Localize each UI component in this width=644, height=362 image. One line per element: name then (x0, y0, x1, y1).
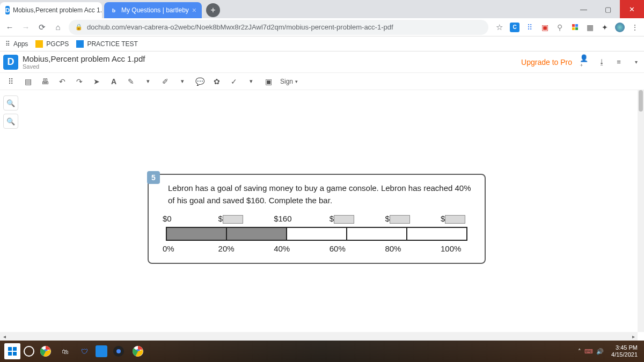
image-icon[interactable]: ▣ (263, 76, 274, 87)
upgrade-link[interactable]: Upgrade to Pro (521, 58, 572, 67)
ext-icon-c[interactable]: C (510, 23, 519, 32)
taskbar-icon-chrome-2[interactable] (130, 343, 146, 359)
blank-input[interactable] (334, 215, 354, 224)
top-label[interactable]: $ (441, 214, 467, 224)
add-user-icon[interactable]: 👤⁺ (580, 57, 589, 67)
bar-segment (227, 228, 287, 240)
undo-icon[interactable]: ↶ (57, 76, 68, 87)
bookmark-practice[interactable]: PRACTICE TEST (76, 40, 137, 48)
document-viewport: 🔍 🔍 5 Lebron has a goal of saving money … (0, 90, 644, 341)
dochub-logo-icon[interactable]: D (3, 55, 18, 70)
apps-label: Apps (13, 40, 28, 48)
apps-button[interactable]: ⠿Apps (5, 40, 28, 48)
bar-segment (407, 228, 466, 240)
bar-segment (287, 228, 347, 240)
tab-bartleby[interactable]: b My Questions | bartleby × (104, 2, 202, 18)
taskbar-icon-cortana[interactable] (24, 346, 34, 357)
top-labels-row: $0 $ $160 $ $ $ (166, 214, 467, 224)
clock-date: 4/15/2021 (611, 351, 638, 358)
forward-button[interactable]: → (20, 22, 31, 33)
bookmark-label: PGCPS (46, 40, 69, 48)
chrome-menu-button[interactable]: ⋮ (630, 23, 640, 32)
taskbar-icon-app[interactable] (96, 345, 107, 357)
svg-rect-3 (13, 352, 17, 356)
highlight-icon[interactable]: ✐ (160, 76, 171, 87)
print-icon[interactable]: 🖶 (40, 76, 50, 87)
address-bar: ← → ⟳ ⌂ 🔒 dochub.com/evan-cabrera-o2webc… (0, 18, 644, 36)
draw-icon[interactable]: ✎ (126, 76, 136, 87)
taskbar-icon-app2[interactable] (111, 343, 127, 359)
star-icon[interactable]: ☆ (494, 22, 504, 33)
horizontal-scrollbar[interactable]: ◂ ▸ (0, 332, 638, 341)
svg-rect-1 (13, 347, 17, 351)
tab-label: Mobius,Percent problem Acc 1.p (13, 6, 102, 14)
top-label[interactable]: $ (385, 214, 441, 224)
close-icon[interactable]: × (192, 6, 196, 14)
check-icon[interactable]: ✓ (229, 76, 239, 87)
taskbar-icon-chrome[interactable] (38, 343, 54, 359)
ext-icon-translate[interactable]: ⠿ (525, 23, 535, 32)
comment-icon[interactable]: 💬 (194, 76, 205, 87)
svg-point-7 (116, 349, 121, 353)
taskbar-icon-security[interactable]: 🛡 (76, 343, 92, 359)
download-icon[interactable]: ⭳ (597, 57, 606, 67)
menu-icon[interactable]: ≡ (614, 57, 624, 67)
minimize-button[interactable]: — (572, 0, 596, 18)
ext-icon-grid[interactable] (570, 23, 580, 32)
text-tool-icon[interactable]: A (108, 76, 119, 87)
new-tab-button[interactable]: + (206, 3, 220, 17)
tab-label: My Questions | bartleby (121, 6, 189, 14)
tray-input-icon[interactable]: ⌨ (584, 348, 593, 355)
close-window-button[interactable]: ✕ (620, 0, 644, 18)
vertical-scrollbar[interactable]: ▴ (638, 90, 644, 332)
cursor-icon[interactable]: ➤ (91, 76, 102, 87)
bottom-label: 20% (218, 244, 274, 253)
grid-icon[interactable]: ⠿ (5, 76, 16, 87)
ext-icon-wand[interactable]: ⚲ (555, 23, 565, 32)
stamp-icon[interactable]: ✿ (211, 76, 222, 87)
bookmark-pgcps[interactable]: PGCPS (35, 40, 69, 48)
start-button[interactable] (4, 343, 20, 359)
url-input[interactable]: 🔒 dochub.com/evan-cabrera-o2webc/Noek8bM… (69, 20, 488, 35)
blank-input[interactable] (223, 215, 243, 224)
ext-icon-video[interactable]: ▣ (540, 23, 550, 32)
scroll-right-icon[interactable]: ▸ (629, 334, 638, 339)
zoom-in-button[interactable]: 🔍 (3, 95, 18, 110)
top-label[interactable]: $ (330, 214, 385, 224)
blank-input[interactable] (445, 215, 465, 224)
chevron-down-icon[interactable]: ▾ (143, 76, 153, 87)
tray-volume-icon[interactable]: 🔊 (596, 348, 604, 355)
bottom-label: 80% (385, 244, 441, 253)
taskbar-icon-store[interactable]: 🛍 (57, 343, 73, 359)
maximize-button[interactable]: ▢ (596, 0, 620, 18)
progress-bar-chart: $0 $ $160 $ $ $ 0% 20% 40% 60% 80% 100% (166, 214, 467, 253)
chevron-down-icon[interactable]: ▾ (631, 57, 641, 67)
blank-input[interactable] (390, 215, 410, 224)
scroll-up-icon[interactable]: ▴ (638, 91, 644, 97)
zoom-out-button[interactable]: 🔍 (3, 114, 18, 129)
ext-icon-avatar[interactable] (615, 23, 625, 32)
back-button[interactable]: ← (4, 22, 15, 33)
tab-mobius[interactable]: D Mobius,Percent problem Acc 1.p × (0, 2, 102, 18)
question-card: 5 Lebron has a goal of saving money to b… (148, 174, 486, 264)
ext-icon-cast[interactable]: ▦ (585, 23, 595, 32)
pages-icon[interactable]: ▤ (23, 76, 33, 87)
extensions: C ⠿ ▣ ⚲ ▦ ✦ ⋮ (510, 23, 640, 32)
redo-icon[interactable]: ↷ (74, 76, 85, 87)
svg-rect-2 (8, 352, 12, 356)
chevron-down-icon[interactable]: ▾ (246, 76, 257, 87)
question-text: Lebron has a goal of saving money to buy… (168, 182, 475, 206)
system-clock[interactable]: 3:45 PM 4/15/2021 (611, 344, 638, 358)
chevron-down-icon[interactable]: ▾ (177, 76, 188, 87)
folder-icon (35, 40, 43, 48)
top-label[interactable]: $ (218, 214, 274, 224)
home-button[interactable]: ⌂ (53, 22, 63, 33)
sign-button[interactable]: Sign▾ (280, 78, 298, 85)
bar-segment (167, 228, 227, 240)
reload-button[interactable]: ⟳ (36, 22, 47, 33)
bottom-label: 0% (163, 244, 218, 253)
ext-icon-puzzle[interactable]: ✦ (600, 23, 610, 32)
tray-chevron-icon[interactable]: ˄ (578, 348, 581, 355)
window-controls: — ▢ ✕ (572, 0, 644, 18)
scroll-left-icon[interactable]: ◂ (0, 334, 9, 339)
